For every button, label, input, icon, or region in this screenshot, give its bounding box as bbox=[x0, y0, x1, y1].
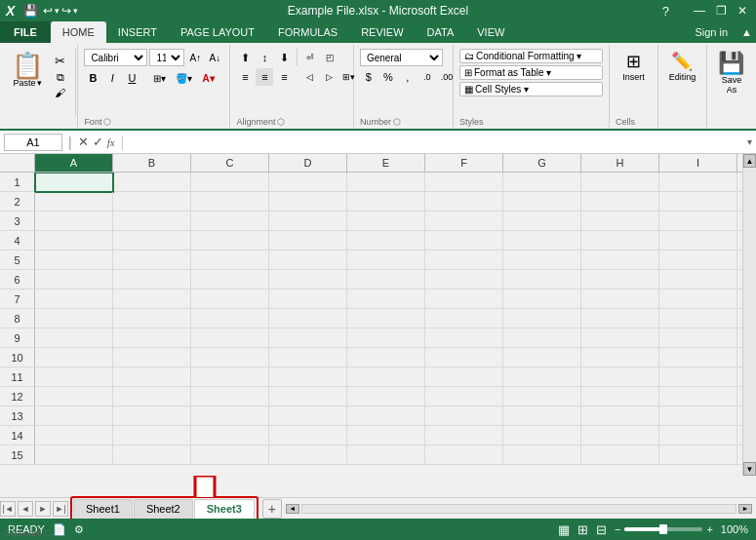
align-middle-btn[interactable]: ↕ bbox=[256, 49, 273, 66]
font-size-select[interactable]: 11 bbox=[149, 49, 184, 66]
comma-btn[interactable]: , bbox=[399, 68, 417, 86]
cell-H1[interactable] bbox=[581, 173, 659, 192]
close-btn[interactable]: ✕ bbox=[733, 0, 752, 21]
row-header-11[interactable]: 11 bbox=[0, 367, 35, 386]
format-as-table-btn[interactable]: ⊞ Format as Table ▾ bbox=[459, 65, 603, 80]
col-header-H[interactable]: H bbox=[581, 154, 659, 172]
row-header-12[interactable]: 12 bbox=[0, 387, 35, 405]
zoom-slider-thumb[interactable] bbox=[659, 524, 667, 534]
save-as-btn[interactable]: 💾 SaveAs bbox=[713, 49, 750, 97]
decrease-indent-btn[interactable]: ◁ bbox=[300, 68, 318, 86]
tab-insert[interactable]: INSERT bbox=[106, 21, 169, 43]
row-header-1[interactable]: 1 bbox=[0, 173, 35, 191]
editing-btn[interactable]: ✏️ Editing bbox=[664, 49, 700, 84]
zoom-out-btn[interactable]: − bbox=[615, 523, 620, 535]
percent-btn[interactable]: % bbox=[379, 68, 397, 86]
ribbon-collapse-btn[interactable]: ▲ bbox=[737, 21, 756, 43]
cancel-formula-btn[interactable]: ✕ bbox=[78, 135, 89, 149]
tab-formulas[interactable]: FORMULAS bbox=[266, 21, 349, 43]
sheet-tab-sheet3[interactable]: Sheet3 bbox=[194, 499, 255, 519]
copy-button[interactable]: ⧉ bbox=[53, 70, 67, 85]
quick-access-more-btn[interactable]: ▾ bbox=[73, 6, 78, 16]
help-btn[interactable]: ? bbox=[657, 0, 674, 21]
alignment-expand-icon[interactable]: ⬡ bbox=[277, 117, 285, 127]
row-header-8[interactable]: 8 bbox=[0, 309, 35, 328]
save-quick-btn[interactable]: 💾 bbox=[20, 4, 41, 18]
row-header-2[interactable]: 2 bbox=[0, 192, 35, 211]
row-header-14[interactable]: 14 bbox=[0, 426, 35, 444]
wrap-text-btn[interactable]: ⏎ bbox=[301, 49, 319, 66]
format-painter-button[interactable]: 🖌 bbox=[53, 86, 67, 99]
cell-E1[interactable] bbox=[347, 173, 425, 192]
currency-btn[interactable]: $ bbox=[360, 68, 378, 86]
row-header-3[interactable]: 3 bbox=[0, 212, 35, 230]
underline-btn[interactable]: U bbox=[123, 69, 140, 87]
cut-button[interactable]: ✂ bbox=[53, 53, 67, 69]
sheet-nav-next[interactable]: ► bbox=[35, 501, 51, 517]
row-header-13[interactable]: 13 bbox=[0, 406, 35, 425]
grid-scroll[interactable]: 1 2 3 4 bbox=[0, 173, 756, 497]
font-name-select[interactable]: Calibri bbox=[84, 49, 147, 66]
sheet-tab-sheet2[interactable]: Sheet2 bbox=[134, 499, 193, 519]
insert-function-btn[interactable]: fx bbox=[107, 136, 115, 148]
row-header-15[interactable]: 15 bbox=[0, 445, 35, 464]
cell-A2[interactable] bbox=[35, 192, 113, 212]
align-left-btn[interactable]: ≡ bbox=[236, 68, 254, 86]
col-header-F[interactable]: F bbox=[425, 154, 503, 172]
cell-F1[interactable] bbox=[425, 173, 503, 192]
formula-input[interactable] bbox=[130, 134, 743, 151]
clipboard-expand-icon[interactable]: ⬡ bbox=[44, 528, 52, 538]
undo-quick-btn[interactable]: ↩ bbox=[41, 4, 55, 18]
confirm-formula-btn[interactable]: ✓ bbox=[93, 135, 103, 149]
col-header-B[interactable]: B bbox=[113, 154, 191, 172]
font-color-btn[interactable]: A▾ bbox=[198, 69, 218, 87]
sheet-nav-first[interactable]: |◄ bbox=[0, 501, 16, 517]
add-sheet-btn[interactable]: + bbox=[262, 499, 282, 519]
cell-A1[interactable] bbox=[35, 173, 113, 192]
cell-D1[interactable] bbox=[269, 173, 347, 192]
insert-cells-btn[interactable]: ⊞ Insert bbox=[616, 49, 652, 84]
increase-font-btn[interactable]: A↑ bbox=[186, 49, 204, 66]
row-header-7[interactable]: 7 bbox=[0, 289, 35, 308]
col-header-D[interactable]: D bbox=[269, 154, 347, 172]
conditional-formatting-btn[interactable]: 🗂 Conditional Formatting ▾ bbox=[459, 49, 603, 63]
cell-reference-input[interactable] bbox=[4, 134, 62, 151]
normal-view-btn[interactable]: ▦ bbox=[558, 522, 570, 537]
font-expand-icon[interactable]: ⬡ bbox=[103, 117, 111, 127]
cell-styles-btn[interactable]: ▦ Cell Styles ▾ bbox=[459, 82, 603, 96]
tab-view[interactable]: VIEW bbox=[465, 21, 516, 43]
status-macro-icon[interactable]: ⚙ bbox=[74, 523, 84, 536]
row-header-5[interactable]: 5 bbox=[0, 251, 35, 269]
align-bottom-btn[interactable]: ⬇ bbox=[275, 49, 293, 66]
align-center-btn[interactable]: ≡ bbox=[256, 68, 273, 86]
italic-btn[interactable]: I bbox=[103, 69, 121, 87]
tab-home[interactable]: HOME bbox=[51, 21, 106, 43]
col-header-E[interactable]: E bbox=[347, 154, 425, 172]
col-header-G[interactable]: G bbox=[503, 154, 581, 172]
tab-page-layout[interactable]: PAGE LAYOUT bbox=[169, 21, 266, 43]
minimize-btn[interactable]: — bbox=[689, 0, 710, 21]
restore-btn[interactable]: ❐ bbox=[711, 0, 732, 21]
redo-quick-btn[interactable]: ↪ bbox=[60, 4, 73, 18]
align-top-btn[interactable]: ⬆ bbox=[236, 49, 254, 66]
zoom-slider[interactable] bbox=[624, 527, 702, 531]
increase-decimal-btn[interactable]: .0 bbox=[418, 68, 436, 86]
row-header-4[interactable]: 4 bbox=[0, 231, 35, 250]
col-header-I[interactable]: I bbox=[659, 154, 737, 172]
page-break-view-btn[interactable]: ⊟ bbox=[596, 522, 607, 537]
vertical-scrollbar[interactable]: ▲ ▼ bbox=[742, 154, 756, 476]
sheet-nav-prev[interactable]: ◄ bbox=[18, 501, 33, 517]
number-expand-icon[interactable]: ⬡ bbox=[393, 117, 401, 127]
decrease-font-btn[interactable]: A↓ bbox=[206, 49, 223, 66]
page-layout-view-btn[interactable]: ⊞ bbox=[577, 522, 588, 537]
paste-button[interactable]: 📋 Paste▾ bbox=[6, 49, 49, 92]
increase-indent-btn[interactable]: ▷ bbox=[320, 68, 338, 86]
zoom-in-btn[interactable]: + bbox=[706, 523, 712, 535]
row-header-10[interactable]: 10 bbox=[0, 348, 35, 366]
sheet-tab-sheet1[interactable]: Sheet1 bbox=[73, 499, 133, 519]
col-header-A[interactable]: A bbox=[35, 154, 113, 172]
tab-file[interactable]: FILE bbox=[0, 21, 51, 43]
status-page-icon[interactable]: 📄 bbox=[53, 523, 66, 536]
formula-expand-btn[interactable]: ▾ bbox=[747, 136, 752, 147]
sheet-nav-last[interactable]: ►| bbox=[53, 501, 68, 517]
